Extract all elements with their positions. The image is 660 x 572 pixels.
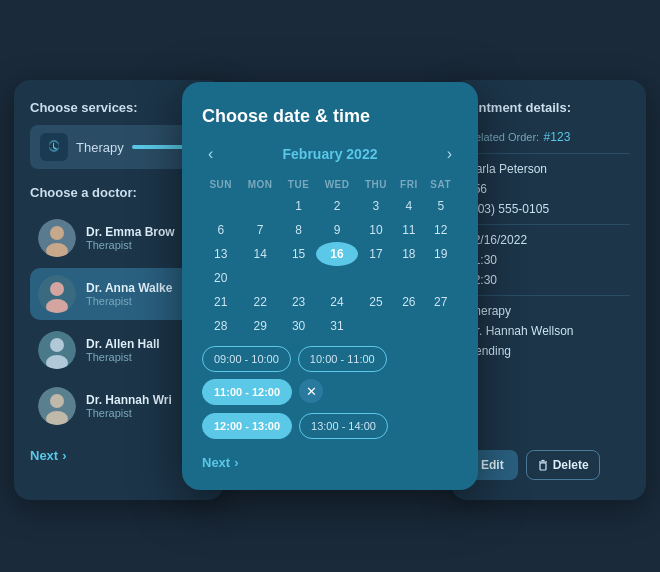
cal-day[interactable]: 14 — [240, 242, 281, 266]
time-slot-5[interactable]: 13:00 - 14:00 — [299, 413, 388, 439]
cal-day[interactable]: 15 — [281, 242, 317, 266]
time-start-row: 11:30 — [467, 253, 630, 267]
cal-day[interactable] — [281, 266, 317, 290]
related-order-row: Related Order: #123 — [467, 127, 630, 145]
cal-day[interactable]: 28 — [202, 314, 240, 338]
doctor-3-role: Therapist — [86, 351, 160, 363]
cal-day[interactable]: 2 — [316, 194, 357, 218]
cal-day[interactable]: 13 — [202, 242, 240, 266]
prev-month-button[interactable]: ‹ — [202, 145, 219, 163]
next-arrow-icon: › — [234, 455, 238, 470]
patient-name: Darla Peterson — [467, 162, 630, 176]
status-row: Pending — [467, 344, 630, 358]
doctor-2-info: Dr. Anna Walke Therapist — [86, 281, 172, 307]
apt-actions: Edit Delete — [467, 450, 600, 480]
time-slot-3[interactable]: 11:00 - 12:00 — [202, 379, 292, 405]
avatar-3 — [38, 331, 76, 369]
cal-day[interactable]: 9 — [316, 218, 357, 242]
service-row: Therapy — [467, 304, 630, 318]
doctor-4-info: Dr. Hannah Wri Therapist — [86, 393, 172, 419]
cal-day[interactable]: 3 — [358, 194, 395, 218]
cal-day — [358, 314, 395, 338]
time-slot-4[interactable]: 12:00 - 13:00 — [202, 413, 292, 439]
doctor-4-role: Therapist — [86, 407, 172, 419]
delete-button[interactable]: Delete — [526, 450, 600, 480]
cal-day[interactable]: 27 — [423, 290, 458, 314]
week-5: 28 29 30 31 — [202, 314, 458, 338]
cal-day[interactable]: 6 — [202, 218, 240, 242]
divider-2 — [467, 224, 630, 225]
calendar-nav: ‹ February 2022 › — [202, 145, 458, 163]
cal-day[interactable] — [358, 266, 395, 290]
col-tue: TUE — [281, 175, 317, 194]
cal-day[interactable]: 23 — [281, 290, 317, 314]
modal-title: Choose date & time — [202, 106, 458, 127]
week-4-extra: 20 — [202, 266, 458, 290]
svg-point-10 — [50, 394, 64, 408]
time-slot-2[interactable]: 10:00 - 11:00 — [298, 346, 387, 372]
cal-day[interactable] — [423, 266, 458, 290]
service-icon — [40, 133, 68, 161]
doctor-row: Dr. Hannah Wellson — [467, 324, 630, 338]
cal-day[interactable]: 31 — [316, 314, 357, 338]
cal-day[interactable]: 19 — [423, 242, 458, 266]
cal-day[interactable] — [316, 266, 357, 290]
close-time-button[interactable]: ✕ — [299, 379, 323, 403]
cal-day — [423, 314, 458, 338]
divider-1 — [467, 153, 630, 154]
next-month-button[interactable]: › — [441, 145, 458, 163]
doctor-1-info: Dr. Emma Brow Therapist — [86, 225, 175, 251]
avatar-2 — [38, 275, 76, 313]
doctor-2-role: Therapist — [86, 295, 172, 307]
cal-day — [394, 314, 423, 338]
cal-day[interactable]: 20 — [202, 266, 240, 290]
cal-day[interactable]: 21 — [202, 290, 240, 314]
cal-day[interactable]: 4 — [394, 194, 423, 218]
cal-day-selected[interactable]: 16 — [316, 242, 357, 266]
col-mon: MON — [240, 175, 281, 194]
cal-day[interactable]: 7 — [240, 218, 281, 242]
cal-day[interactable]: 26 — [394, 290, 423, 314]
cal-day[interactable]: 5 — [423, 194, 458, 218]
cal-day[interactable]: 24 — [316, 290, 357, 314]
cal-day[interactable]: 12 — [423, 218, 458, 242]
svg-point-7 — [50, 338, 64, 352]
phone-row: (303) 555-0105 — [467, 202, 630, 216]
cal-day[interactable]: 30 — [281, 314, 317, 338]
apt-service: Therapy — [467, 304, 630, 318]
apt-doctor: Dr. Hannah Wellson — [467, 324, 630, 338]
cal-day[interactable]: 25 — [358, 290, 395, 314]
col-fri: FRI — [394, 175, 423, 194]
cal-day[interactable]: 29 — [240, 314, 281, 338]
related-order-value[interactable]: #123 — [544, 130, 571, 144]
week-3: 13 14 15 16 17 18 19 — [202, 242, 458, 266]
modal-next-button[interactable]: Next › — [202, 455, 458, 470]
service-label: Therapy — [76, 140, 124, 155]
week-1: 1 2 3 4 5 — [202, 194, 458, 218]
trash-icon — [537, 459, 549, 471]
svg-rect-12 — [540, 463, 546, 470]
calendar-grid: SUN MON TUE WED THU FRI SAT 1 2 3 4 5 6 — [202, 175, 458, 338]
apt-date: 02/16/2022 — [467, 233, 630, 247]
cal-day[interactable]: 1 — [281, 194, 317, 218]
doctor-1-name: Dr. Emma Brow — [86, 225, 175, 239]
time-slot-1[interactable]: 09:00 - 10:00 — [202, 346, 291, 372]
time-end-row: 12:30 — [467, 273, 630, 287]
cal-day[interactable] — [394, 266, 423, 290]
week-4: 21 22 23 24 25 26 27 — [202, 290, 458, 314]
cal-day[interactable] — [240, 266, 281, 290]
time-slots-row-2: 12:00 - 13:00 13:00 - 14:00 — [202, 413, 458, 439]
cal-day[interactable]: 22 — [240, 290, 281, 314]
right-panel: ointment details: Related Order: #123 Da… — [451, 80, 646, 500]
cal-day[interactable] — [202, 194, 240, 218]
time-start: 11:30 — [467, 253, 630, 267]
cal-day[interactable]: 17 — [358, 242, 395, 266]
cal-day[interactable]: 10 — [358, 218, 395, 242]
cal-day[interactable]: 8 — [281, 218, 317, 242]
cal-day[interactable]: 18 — [394, 242, 423, 266]
doctor-3-info: Dr. Allen Hall Therapist — [86, 337, 160, 363]
col-sun: SUN — [202, 175, 240, 194]
col-sat: SAT — [423, 175, 458, 194]
cal-day[interactable]: 11 — [394, 218, 423, 242]
cal-day[interactable] — [240, 194, 281, 218]
